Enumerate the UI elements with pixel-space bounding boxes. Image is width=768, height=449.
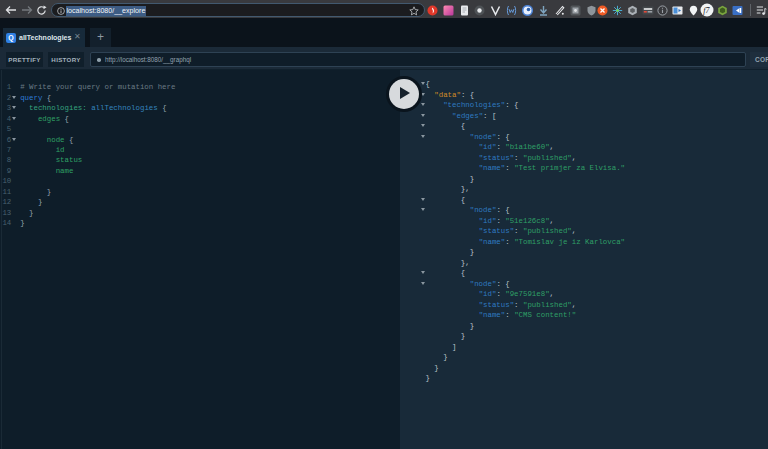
svg-text:f7: f7 (703, 6, 710, 15)
